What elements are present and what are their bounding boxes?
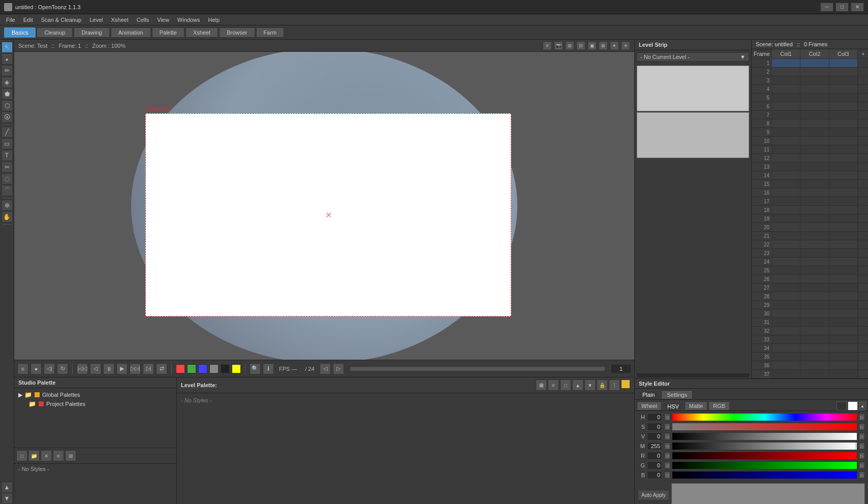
h-left-arrow[interactable]: ◁ — [664, 414, 670, 421]
row-col3[interactable] — [829, 249, 858, 257]
g-right-arrow[interactable]: ▷ — [859, 462, 865, 469]
m-left-arrow[interactable]: ◁ — [664, 443, 670, 450]
row-col1[interactable] — [772, 171, 800, 179]
row-col1[interactable] — [772, 344, 800, 352]
row-col2[interactable] — [800, 275, 829, 283]
tool-bend[interactable]: ⌒ — [2, 185, 13, 196]
tool-eyedrop[interactable]: ⦿ — [2, 112, 13, 123]
scene-btn-6[interactable]: ⊠ — [599, 41, 608, 50]
row-col2[interactable] — [800, 301, 829, 309]
tool-line[interactable]: ╱ — [2, 127, 13, 138]
row-col1[interactable] — [772, 111, 800, 119]
row-col3[interactable] — [829, 206, 858, 214]
tool-scissors[interactable]: ✂ — [2, 162, 13, 173]
h-value[interactable]: 0 — [647, 413, 662, 421]
row-col2[interactable] — [800, 154, 829, 162]
row-col3[interactable] — [829, 128, 858, 136]
frame-number[interactable]: 1 — [611, 364, 631, 373]
row-col3[interactable] — [829, 370, 858, 378]
camera-icon[interactable]: 📷 — [554, 41, 563, 50]
menu-scan-cleanup[interactable]: Scan & Cleanup — [37, 14, 86, 25]
color-m-btn[interactable] — [209, 364, 219, 373]
h-right-arrow[interactable]: ▷ — [859, 414, 865, 421]
sm-tab-hsv[interactable]: HSV — [663, 402, 684, 411]
row-col2[interactable] — [800, 163, 829, 171]
row-col2[interactable] — [800, 180, 829, 188]
level-strip-scrollbar[interactable] — [637, 373, 749, 377]
row-col1[interactable] — [772, 266, 800, 274]
row-col1[interactable] — [772, 275, 800, 283]
scene-btn-7[interactable]: ✦ — [610, 41, 619, 50]
palette-delete-btn[interactable]: ✕ — [41, 450, 52, 461]
row-col2[interactable] — [800, 370, 829, 378]
minimize-button[interactable]: ─ — [820, 3, 833, 12]
row-col3[interactable] — [829, 180, 858, 188]
maximize-button[interactable]: □ — [835, 3, 849, 12]
lp-more-btn[interactable]: ⋮ — [609, 380, 620, 391]
tool-hand[interactable]: ✋ — [2, 211, 13, 223]
row-col3[interactable] — [829, 266, 858, 274]
menu-file[interactable]: File — [2, 14, 19, 25]
row-col2[interactable] — [800, 85, 829, 93]
color-b-btn[interactable] — [198, 364, 207, 373]
palette-list-btn[interactable]: ≡ — [53, 450, 64, 461]
v-value[interactable]: 0 — [647, 432, 662, 440]
row-col2[interactable] — [800, 197, 829, 205]
row-col3[interactable] — [829, 327, 858, 335]
palette-folder-btn[interactable]: 📁 — [28, 450, 40, 461]
row-col3[interactable] — [829, 59, 858, 67]
row-col1[interactable] — [772, 197, 800, 205]
tool-paint[interactable]: ⬡ — [2, 100, 13, 111]
tab-palette[interactable]: Palette — [152, 27, 184, 38]
scene-btn-5[interactable]: ▣ — [587, 41, 597, 50]
tab-cleanup[interactable]: Cleanup — [37, 27, 73, 38]
playback-loop-toggle[interactable]: ↻ — [57, 363, 68, 374]
menu-edit[interactable]: Edit — [19, 14, 37, 25]
drawing-canvas[interactable]: ✕ — [145, 113, 511, 317]
r-left-arrow[interactable]: ◁ — [664, 452, 670, 459]
row-col3[interactable] — [829, 284, 858, 292]
h-slider[interactable] — [672, 414, 857, 421]
row-col1[interactable] — [772, 128, 800, 136]
row-col2[interactable] — [800, 240, 829, 248]
fps-next[interactable]: ▷ — [333, 363, 344, 374]
color-y-btn[interactable] — [232, 364, 241, 373]
scene-btn-3[interactable]: ⊞ — [565, 41, 574, 50]
color-g-btn[interactable] — [187, 364, 196, 373]
row-col1[interactable] — [772, 206, 800, 214]
row-col1[interactable] — [772, 284, 800, 292]
row-col2[interactable] — [800, 137, 829, 145]
r-slider[interactable] — [672, 452, 857, 459]
row-col3[interactable] — [829, 223, 858, 231]
row-col3[interactable] — [829, 344, 858, 352]
auto-apply-button[interactable]: Auto Apply — [638, 490, 669, 500]
swatch-white[interactable] — [848, 401, 858, 411]
row-col1[interactable] — [772, 76, 800, 84]
row-col2[interactable] — [800, 68, 829, 76]
row-col2[interactable] — [800, 258, 829, 266]
row-col2[interactable] — [800, 353, 829, 361]
b-right-arrow[interactable]: ▷ — [859, 471, 865, 479]
grid-icon[interactable]: # — [543, 41, 552, 50]
row-col3[interactable] — [829, 240, 858, 248]
canvas-area[interactable]: Camera1 ✕ — [14, 52, 634, 360]
row-col3[interactable] — [829, 163, 858, 171]
row-col2[interactable] — [800, 318, 829, 326]
row-col2[interactable] — [800, 284, 829, 292]
playback-next[interactable]: ▷▷| — [130, 363, 141, 374]
row-col1[interactable] — [772, 119, 800, 128]
row-col2[interactable] — [800, 93, 829, 102]
row-col2[interactable] — [800, 128, 829, 136]
info-btn[interactable]: ℹ — [263, 363, 274, 374]
v-slider[interactable] — [672, 433, 857, 440]
playback-last[interactable]: ▷| — [143, 363, 154, 374]
playback-prev-key[interactable]: ◁| — [44, 363, 55, 374]
close-button[interactable]: ✕ — [851, 3, 864, 12]
row-col1[interactable] — [772, 318, 800, 326]
b-left-arrow[interactable]: ◁ — [664, 471, 670, 479]
tab-browser[interactable]: Browser — [219, 27, 255, 38]
add-col-btn[interactable]: + — [858, 49, 868, 58]
row-col3[interactable] — [829, 353, 858, 361]
row-col1[interactable] — [772, 93, 800, 102]
row-col2[interactable] — [800, 249, 829, 257]
